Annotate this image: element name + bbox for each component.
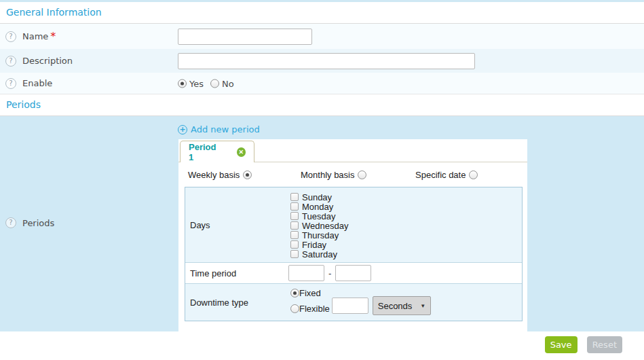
enable-row: ? Enable Yes No (0, 73, 644, 94)
fixed-option: Fixed (290, 288, 321, 298)
name-row: ? Name * (0, 24, 644, 49)
period-panel: Period 1 ✕ Weekly basis Monthly basis Sp… (178, 139, 527, 331)
day-saturday-label: Saturday (302, 249, 337, 259)
period-tabstrip: Period 1 ✕ (178, 139, 527, 162)
flexible-radio[interactable] (290, 304, 299, 313)
specific-date-label: Specific date (415, 170, 466, 180)
help-icon[interactable]: ? (5, 217, 16, 228)
description-input[interactable] (178, 53, 475, 69)
description-label: Description (22, 56, 73, 66)
day-monday-label: Monday (302, 202, 333, 212)
fixed-radio[interactable] (290, 289, 299, 298)
downtime-type-row: Downtime type Fixed Flexible Seconds (185, 283, 522, 321)
day-option: Thursday (290, 230, 522, 240)
day-sunday-checkbox[interactable] (290, 193, 299, 201)
description-row: ? Description (0, 49, 644, 73)
tab-period-1[interactable]: Period 1 ✕ (180, 141, 254, 162)
enable-label: Enable (22, 78, 52, 88)
periods-side-label-group: ? Periods (0, 217, 54, 228)
tab-period-1-label: Period 1 (189, 142, 222, 162)
help-icon[interactable]: ? (5, 31, 16, 42)
time-from-input[interactable] (288, 265, 324, 281)
close-period-icon[interactable]: ✕ (237, 147, 246, 157)
time-period-row: Time period - (185, 262, 522, 283)
periods-section: ? Periods + Add new period Period 1 ✕ We… (0, 116, 644, 331)
form-footer: Save Reset (0, 331, 644, 360)
time-period-label: Time period (185, 263, 287, 283)
general-information-header: General Information (0, 2, 644, 24)
day-friday-checkbox[interactable] (290, 240, 299, 249)
days-list: Sunday Monday Tuesday (287, 187, 522, 259)
days-row: Days Sunday Monday (185, 187, 522, 262)
required-asterisk: * (50, 30, 56, 43)
name-label: Name (22, 31, 48, 41)
monthly-basis-option: Monthly basis (301, 170, 366, 180)
days-label: Days (185, 187, 287, 262)
day-monday-checkbox[interactable] (290, 202, 299, 211)
enable-no-radio[interactable] (210, 79, 219, 88)
day-thursday-label: Thursday (302, 230, 339, 240)
name-input[interactable] (178, 29, 312, 45)
day-tuesday-checkbox[interactable] (290, 212, 299, 220)
reset-button[interactable]: Reset (587, 336, 622, 353)
periods-header: Periods (0, 94, 644, 116)
day-wednesday-label: Wednesday (302, 221, 348, 231)
enable-no-label: No (222, 78, 234, 88)
day-option: Monday (290, 202, 522, 211)
day-option: Friday (290, 240, 522, 249)
period-settings-table: Days Sunday Monday (185, 187, 523, 321)
flexible-option: Flexible (290, 304, 330, 314)
weekly-basis-option: Weekly basis (188, 170, 252, 180)
day-option: Tuesday (290, 211, 522, 221)
day-sunday-label: Sunday (302, 192, 332, 202)
weekly-basis-label: Weekly basis (188, 170, 240, 180)
add-plus-icon: + (178, 125, 187, 134)
monthly-basis-radio[interactable] (358, 170, 366, 179)
day-thursday-checkbox[interactable] (290, 231, 299, 239)
day-friday-label: Friday (302, 240, 326, 250)
downtime-form-page: General Information ? Name * ? Descripti… (0, 0, 644, 360)
downtime-type-label: Downtime type (185, 284, 287, 321)
day-tuesday-label: Tuesday (302, 211, 335, 221)
day-option: Saturday (290, 249, 522, 259)
add-new-period-link[interactable]: + Add new period (178, 124, 260, 134)
add-new-period-label: Add new period (191, 124, 260, 134)
specific-date-radio[interactable] (469, 170, 478, 179)
monthly-basis-label: Monthly basis (301, 170, 354, 180)
day-option: Wednesday (290, 221, 522, 230)
help-icon[interactable]: ? (5, 78, 16, 89)
weekly-basis-radio[interactable] (243, 170, 252, 179)
time-to-input[interactable] (335, 265, 371, 281)
time-range-separator: - (328, 268, 331, 278)
day-option: Sunday (290, 192, 522, 202)
duration-unit-value: Seconds (378, 301, 413, 311)
duration-input[interactable] (332, 298, 368, 314)
periods-side-label: Periods (22, 218, 54, 228)
duration-unit-select[interactable]: Seconds ▼ (373, 296, 431, 315)
enable-yes-radio[interactable] (178, 79, 187, 88)
day-wednesday-checkbox[interactable] (290, 221, 299, 230)
chevron-down-icon: ▼ (420, 303, 425, 309)
day-saturday-checkbox[interactable] (290, 250, 299, 258)
fixed-label: Fixed (299, 288, 321, 298)
flexible-label: Flexible (299, 304, 330, 314)
specific-date-option: Specific date (415, 170, 478, 180)
enable-yes-label: Yes (189, 78, 204, 88)
save-button[interactable]: Save (545, 336, 577, 353)
help-icon[interactable]: ? (5, 56, 16, 67)
